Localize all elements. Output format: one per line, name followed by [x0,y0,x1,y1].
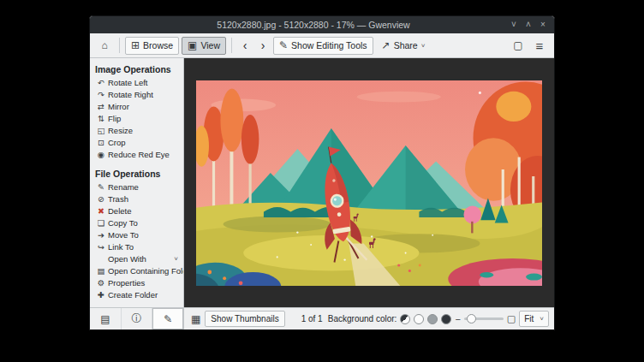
sidebar-item-crop[interactable]: ⊡ Crop [90,137,183,149]
browse-label: Browse [143,40,173,50]
item-label: Reduce Red Eye [108,150,170,160]
sidebar-item-link-to[interactable]: ↪ Link To [90,241,183,253]
thumbnail-bar-icon-button[interactable]: ▦ [189,313,202,325]
bg-color-gray-swatch[interactable] [427,314,438,324]
share-icon: ↗ [382,40,391,50]
maximize-button[interactable]: ˄ [522,18,535,32]
rotate-right-icon: ↷ [97,90,105,100]
move-icon: ➔ [97,230,105,240]
view-area [184,58,554,307]
item-label: Rotate Left [108,78,147,88]
info-icon: ⓘ [132,312,142,326]
item-label: Copy To [108,218,138,228]
item-label: Create Folder [108,290,158,300]
browse-mode-button[interactable]: ⊞ Browse [125,37,179,55]
fit-icon[interactable]: ▢ [507,313,516,324]
titlebar[interactable]: 5120x2880.jpg - 5120x2880 - 17% — Gwenvi… [90,16,554,33]
sidebar-item-create-folder[interactable]: ✚ Create Folder [90,289,183,301]
file-operations-header: File Operations [90,165,183,181]
chevron-down-icon: ˅ [174,254,181,264]
delete-icon: ✖ [97,206,105,217]
view-label: View [200,40,220,50]
sidebar-item-resize[interactable]: ◱ Resize [90,125,183,137]
selection-icon: ▢ [513,40,522,50]
sidebar-item-flip[interactable]: ⇅ Flip [90,113,183,125]
trash-icon: ⊘ [97,194,105,205]
close-button[interactable]: × [536,18,550,32]
view-mode-button[interactable]: ▣ View [182,37,226,55]
pencil-icon: ✎ [164,313,172,325]
sidebar-item-rotate-left[interactable]: ↶ Rotate Left [90,77,183,89]
minimize-button[interactable]: ˅ [507,18,521,32]
item-label: Resize [108,126,133,136]
selection-tool-button[interactable]: ▢ [509,37,528,55]
window-title: 5120x2880.jpg - 5120x2880 - 17% — Gwenvi… [124,20,503,30]
viewed-image [196,80,542,286]
zoom-mode-select[interactable]: Fit ˅ [519,311,549,327]
red-eye-icon: ◉ [97,150,105,160]
statusbar-content: ▦ Show Thumbnails 1 of 1 Background colo… [184,308,554,329]
sidebar-item-copy-to[interactable]: ❏ Copy To [90,217,183,229]
bg-color-auto-swatch[interactable] [400,314,410,324]
share-label: Share [394,40,418,50]
image-counter: 1 of 1 [301,314,323,323]
back-button[interactable]: ‹ [237,37,253,55]
item-label: Open With [108,254,146,264]
item-label: Delete [108,206,131,217]
toolbar-separator [231,38,232,53]
view-icon: ▣ [188,40,197,50]
gwenview-window: 5120x2880.jpg - 5120x2880 - 17% — Gwenvi… [89,15,555,330]
sidebar-item-reduce-red-eye[interactable]: ◉ Reduce Red Eye [90,149,183,161]
browse-icon: ⊞ [131,40,140,50]
sidebar-item-delete[interactable]: ✖ Delete [90,205,183,217]
show-editing-tools-button[interactable]: ✎ Show Editing Tools [273,37,373,55]
window-controls: ˅ ˄ × [507,18,554,32]
item-label: Flip [108,114,121,124]
forward-button[interactable]: › [255,37,271,55]
zoom-out-icon[interactable]: − [455,314,460,324]
link-icon: ↪ [97,242,105,252]
crop-icon: ⊡ [97,138,105,148]
background-color-label: Background color: [328,314,397,323]
home-button[interactable]: ⌂ [95,37,114,55]
home-icon: ⌂ [101,40,107,50]
item-label: Trash [108,194,128,205]
sidebar-item-open-with[interactable]: Open With ˅ [90,253,183,265]
window-body: Image Operations ↶ Rotate Left ↷ Rotate … [90,58,554,307]
item-label: Properties [108,278,145,288]
rotate-left-icon: ↶ [97,78,105,88]
gear-icon: ⚙ [97,278,105,288]
sidebar-item-rotate-right[interactable]: ↷ Rotate Right [90,89,183,101]
image-canvas[interactable] [184,58,554,307]
sidebar-item-trash[interactable]: ⊘ Trash [90,193,183,205]
tab-information[interactable]: ⓘ [122,308,153,329]
item-label: Link To [108,242,134,252]
sidebar-item-rename[interactable]: ✎ Rename [90,181,183,193]
show-thumbnails-button[interactable]: Show Thumbnails [205,311,284,327]
bg-color-dark-swatch[interactable] [441,314,451,324]
item-label: Rename [108,182,139,193]
mirror-icon: ⇄ [97,102,105,112]
status-bar: ▤ ⓘ ✎ ▦ Show Thumbnails 1 of 1 Backgroun… [90,307,554,329]
sidebar-item-move-to[interactable]: ➔ Move To [90,229,183,241]
hamburger-icon: ≡ [536,39,544,52]
folder-icon: ▤ [100,313,110,325]
sidebar-item-open-containing-folder[interactable]: ▤ Open Containing Folder [90,265,183,277]
folder-icon: ▤ [97,266,105,276]
tab-operations[interactable]: ✎ [152,308,183,329]
zoom-slider[interactable] [464,317,504,320]
tab-folders[interactable]: ▤ [90,308,122,329]
operations-sidebar: Image Operations ↶ Rotate Left ↷ Rotate … [90,58,184,307]
share-button[interactable]: ↗ Share ˅ [376,37,432,55]
item-label: Rotate Right [108,90,153,100]
image-operations-header: Image Operations [90,61,183,77]
bg-color-light-swatch[interactable] [414,314,424,324]
item-label: Mirror [108,102,129,112]
sidebar-item-mirror[interactable]: ⇄ Mirror [90,101,183,113]
hamburger-menu-button[interactable]: ≡ [530,37,549,55]
resize-icon: ◱ [97,126,105,136]
sidebar-tabs: ▤ ⓘ ✎ [90,308,184,329]
editing-tools-icon: ✎ [279,40,288,50]
zoom-slider-handle[interactable] [467,314,476,323]
sidebar-item-properties[interactable]: ⚙ Properties [90,277,183,289]
